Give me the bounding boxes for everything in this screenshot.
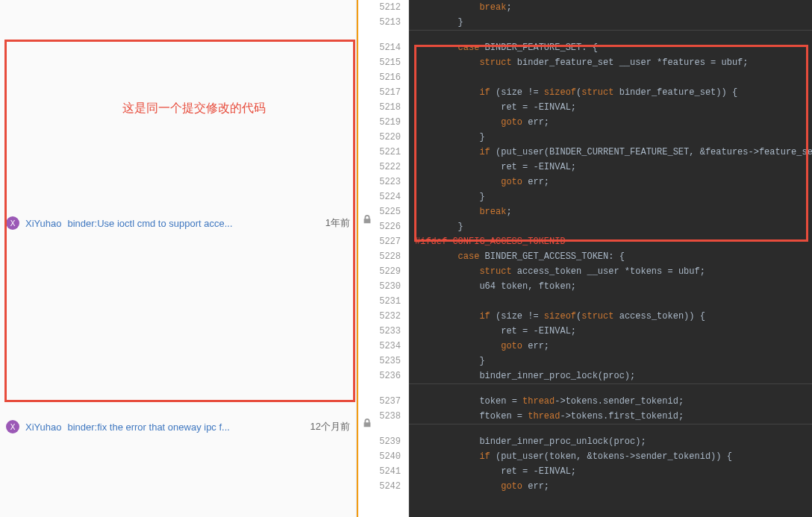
lock-icon [362,418,808,430]
code-line[interactable]: u64 token, ftoken; [409,279,812,294]
annotation-label: 这是同一个提交修改的代码 [122,101,266,116]
line-number[interactable]: 5214 [357,40,401,55]
commit-time: 1年前 [325,216,350,230]
line-number[interactable]: 5223 [357,175,401,189]
code-line[interactable]: break; [409,0,812,15]
line-number[interactable]: 5237 [357,394,401,409]
commit-row[interactable]: X XiYuhao binder:Use ioctl cmd to suppor… [0,213,356,233]
avatar: X [6,216,19,230]
line-number[interactable]: 5241 [357,464,401,479]
line-number[interactable]: 5239 [357,434,401,449]
blame-panel: 这是同一个提交修改的代码 X XiYuhao binder:Use ioctl … [0,0,357,517]
commit-row[interactable]: X XiYuhao binder:fix the error that onew… [0,417,356,436]
line-number[interactable]: 5240 [357,449,401,464]
commit-time: 12个月前 [310,420,350,433]
code-line[interactable]: } [409,354,812,369]
code-line[interactable] [409,70,812,85]
code-line[interactable]: } [409,130,812,145]
split-divider [357,0,358,517]
line-number[interactable]: 5224 [357,189,401,204]
code-line[interactable]: if (size != sizeof(struct access_token))… [409,309,812,324]
line-number[interactable]: 5219 [357,115,401,130]
code-line[interactable]: token = thread->tokens.sender_tokenid; [409,394,812,409]
code-line[interactable]: goto err; [409,175,812,189]
code-line[interactable]: #ifdef CONFIG_ACCESS_TOKENID [409,234,812,249]
code-line[interactable]: } [409,15,812,30]
line-number[interactable]: 5233 [357,324,401,339]
code-line[interactable]: ret = -EINVAL; [409,324,812,339]
code-view[interactable]: break; } case BINDER_FEATURE_SET: { stru… [409,0,812,517]
line-number[interactable]: 5216 [357,70,401,85]
avatar: X [6,420,19,433]
code-line[interactable]: struct binder_feature_set __user *featur… [409,55,812,70]
line-number[interactable]: 5242 [357,479,401,494]
line-number[interactable]: 5234 [357,339,401,354]
line-number[interactable]: 5215 [357,55,401,70]
code-line[interactable]: case BINDER_FEATURE_SET: { [409,40,812,55]
commit-message[interactable]: binder:Use ioctl cmd to support acce... [67,218,319,229]
code-line[interactable]: struct access_token __user *tokens = ubu… [409,264,812,279]
code-line[interactable]: if (put_user(token, &tokens->sender_toke… [409,449,812,464]
code-line[interactable]: case BINDER_GET_ACCESS_TOKEN: { [409,249,812,264]
line-number[interactable]: 5217 [357,85,401,100]
code-line[interactable]: if (size != sizeof(struct binder_feature… [409,85,812,100]
line-number[interactable]: 5228 [357,249,401,264]
line-number[interactable]: 5213 [357,15,401,30]
line-number[interactable]: 5235 [357,354,401,369]
line-number[interactable]: 5218 [357,100,401,115]
code-line[interactable]: goto err; [409,339,812,354]
code-line[interactable]: goto err; [409,479,812,494]
commit-author[interactable]: XiYuhao [25,218,61,229]
code-line[interactable]: ret = -EINVAL; [409,464,812,479]
line-number[interactable]: 5230 [357,279,401,294]
code-line[interactable]: binder_inner_proc_lock(proc); [409,369,812,383]
line-number[interactable]: 5231 [357,294,401,309]
line-number-gutter: 5212521352145215521652175218521952205221… [357,0,409,517]
code-line[interactable]: ret = -EINVAL; [409,100,812,115]
code-line[interactable]: } [409,189,812,204]
code-line[interactable]: ret = -EINVAL; [409,160,812,175]
code-line[interactable]: if (put_user(BINDER_CURRENT_FEATURE_SET,… [409,145,812,160]
line-number[interactable]: 5222 [357,160,401,175]
line-number[interactable]: 5221 [357,145,401,160]
line-number[interactable]: 5236 [357,369,401,383]
line-number[interactable]: 5220 [357,130,401,145]
line-number[interactable]: 5227 [357,234,401,249]
commit-author[interactable]: XiYuhao [25,422,61,433]
line-number[interactable]: 5232 [357,309,401,324]
code-line[interactable]: binder_inner_proc_unlock(proc); [409,434,812,449]
line-number[interactable]: 5229 [357,264,401,279]
lock-icon [362,214,808,227]
line-number[interactable]: 5212 [357,0,401,15]
code-line[interactable] [409,294,812,309]
commit-message[interactable]: binder:fix the error that oneway ipc f..… [67,422,304,433]
code-line[interactable]: goto err; [409,115,812,130]
